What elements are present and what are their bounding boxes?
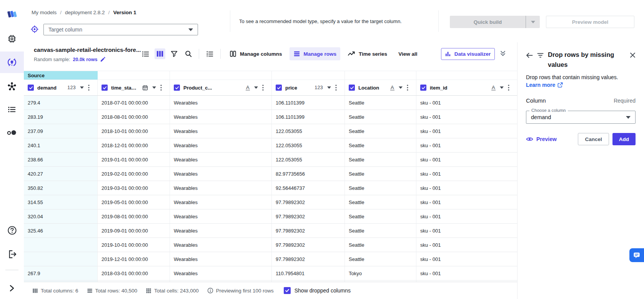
- cell: 2018-08-01 00:00:00: [98, 110, 170, 124]
- panel-close-button[interactable]: [630, 52, 636, 58]
- sample-size-link[interactable]: 20.0k rows: [73, 57, 98, 62]
- sidebar-expand-button[interactable]: [0, 284, 24, 293]
- show-dropped-columns-toggle[interactable]: Show dropped columns: [284, 287, 351, 294]
- sidebar-item-models-active[interactable]: [0, 51, 24, 73]
- kebab-menu-icon[interactable]: [335, 85, 337, 91]
- cell: 240.1: [24, 138, 98, 152]
- search-button[interactable]: [183, 48, 194, 59]
- time-series-button[interactable]: Time series: [344, 47, 391, 60]
- numbered-list-button[interactable]: [204, 48, 215, 60]
- table-row[interactable]: 279.42018-07-01 00:00:00Wearables106.110…: [24, 96, 517, 110]
- pencil-icon[interactable]: [100, 56, 106, 62]
- cell: 267.9: [24, 266, 98, 280]
- table-body: 279.42018-07-01 00:00:00Wearables106.110…: [24, 96, 517, 282]
- external-link-icon: [557, 82, 563, 88]
- column-checkbox[interactable]: [102, 85, 108, 91]
- band-cell: [416, 71, 517, 80]
- manage-rows-button[interactable]: Manage rows: [290, 47, 341, 60]
- model-refresh-icon: [7, 57, 17, 68]
- filter-button[interactable]: [169, 48, 180, 59]
- kebab-menu-icon[interactable]: [508, 85, 509, 91]
- panel-back-button[interactable]: [526, 52, 533, 58]
- manage-rows-label: Manage rows: [304, 51, 337, 57]
- chevron-down-icon[interactable]: [399, 86, 403, 89]
- column-view-icon: [156, 50, 164, 58]
- data-table: Source demand123time_stampProduct_c...Ap…: [24, 66, 517, 282]
- table-row[interactable]: 2019-10-01 00:00:00Wearables97.79892302S…: [24, 238, 517, 252]
- column-header-Product_c[interactable]: Product_c...A: [170, 80, 272, 95]
- chevron-down-icon[interactable]: [152, 86, 156, 89]
- panel-title: Drop rows by missing values: [548, 50, 626, 70]
- sidebar-item-components[interactable]: [0, 81, 24, 92]
- table-row[interactable]: 238.662019-01-01 00:00:00Wearables122.05…: [24, 153, 517, 167]
- quick-build-dropdown-button[interactable]: [526, 16, 540, 28]
- target-column-select[interactable]: Target column: [43, 24, 198, 35]
- nodes-icon: [7, 81, 17, 91]
- chevron-down-icon[interactable]: [80, 86, 84, 89]
- table-row[interactable]: 267.92018-03-01 00:00:00Wearables110.795…: [24, 266, 517, 281]
- table-row[interactable]: 350.822019-03-01 00:00:00Wearables92.564…: [24, 181, 517, 195]
- choose-column-select[interactable]: Choose a column demand: [526, 111, 636, 124]
- table-row[interactable]: 320.042019-08-01 00:00:00Wearables97.798…: [24, 209, 517, 224]
- column-header-item_id[interactable]: item_idA: [416, 80, 517, 95]
- column-checkbox[interactable]: [349, 85, 355, 91]
- column-header-price[interactable]: price123: [272, 80, 345, 95]
- table-row[interactable]: 420.272019-02-01 00:00:00Wearables82.977…: [24, 167, 517, 181]
- table-row[interactable]: 2019-12-01 00:00:00Wearables97.79892302S…: [24, 252, 517, 266]
- cancel-button[interactable]: Cancel: [578, 133, 609, 145]
- preview-button[interactable]: Preview: [526, 136, 557, 142]
- column-checkbox[interactable]: [420, 85, 426, 91]
- quick-build-button[interactable]: Quick build: [450, 16, 526, 28]
- check-icon: [350, 86, 354, 90]
- kebab-menu-icon[interactable]: [262, 85, 264, 91]
- column-checkbox[interactable]: [28, 85, 34, 91]
- cell: 122.053055: [272, 138, 345, 152]
- chevron-down-icon[interactable]: [327, 86, 331, 89]
- kebab-menu-icon[interactable]: [88, 85, 90, 91]
- column-header-demand[interactable]: demand123: [24, 80, 98, 95]
- sidebar-item-datasets[interactable]: [0, 33, 24, 45]
- column-header-Location[interactable]: LocationA: [345, 80, 416, 95]
- table-row[interactable]: 237.092018-10-01 00:00:00Wearables122.05…: [24, 124, 517, 138]
- chevron-down-icon[interactable]: [500, 86, 504, 89]
- add-button[interactable]: Add: [612, 133, 636, 145]
- breadcrumb-my-models[interactable]: My models: [32, 10, 57, 15]
- table-row[interactable]: 325.462019-09-01 00:00:00Wearables97.798…: [24, 224, 517, 238]
- filter-icon: [170, 50, 178, 58]
- sidebar-item-help[interactable]: [0, 224, 24, 236]
- chat-widget-button[interactable]: [629, 248, 644, 262]
- learn-more-link[interactable]: Learn more: [526, 82, 636, 88]
- cell: Wearables: [170, 96, 272, 110]
- show-dropped-columns-checkbox[interactable]: [284, 287, 291, 294]
- collapse-toolbar-button[interactable]: [500, 50, 506, 56]
- table-row[interactable]: 314.552019-05-01 00:00:00Wearables97.798…: [24, 195, 517, 209]
- breadcrumb-deployment[interactable]: deployment 2.8.2: [65, 10, 105, 15]
- target-column-placeholder: Target column: [48, 27, 82, 33]
- sidebar-item-logout[interactable]: [0, 248, 24, 260]
- chevron-down-icon[interactable]: [254, 86, 258, 89]
- cell: 2019-05-01 00:00:00: [98, 195, 170, 209]
- kebab-menu-icon[interactable]: [160, 85, 162, 91]
- table-row[interactable]: 283.192018-08-01 00:00:00Wearables106.11…: [24, 110, 517, 124]
- manage-columns-button[interactable]: Manage columns: [226, 47, 286, 60]
- cell: 238.66: [24, 153, 98, 166]
- column-checkbox[interactable]: [276, 85, 282, 91]
- column-view-button[interactable]: [155, 48, 165, 59]
- kebab-menu-icon[interactable]: [407, 85, 408, 91]
- column-header-time_stamp[interactable]: time_stamp: [98, 80, 170, 95]
- sidebar-item-account[interactable]: [0, 127, 24, 138]
- list-view-button[interactable]: [140, 48, 151, 60]
- view-all-button[interactable]: View all: [394, 47, 421, 60]
- cell: Seattle: [345, 110, 416, 124]
- preview-model-button[interactable]: Preview model: [546, 16, 634, 28]
- cell: 325.46: [24, 224, 98, 238]
- table-row[interactable]: 240.12018-12-01 00:00:00Wearables122.053…: [24, 138, 517, 153]
- data-visualizer-button[interactable]: Data visualizer: [441, 48, 495, 60]
- column-field-label: Column: [526, 97, 546, 104]
- column-checkbox[interactable]: [174, 85, 180, 91]
- numbered-list-icon: [206, 50, 214, 58]
- sidebar-item-list[interactable]: [0, 104, 24, 115]
- cell: 97.79892302: [272, 252, 345, 266]
- app-logo[interactable]: [0, 8, 24, 21]
- cell: Wearables: [170, 266, 272, 280]
